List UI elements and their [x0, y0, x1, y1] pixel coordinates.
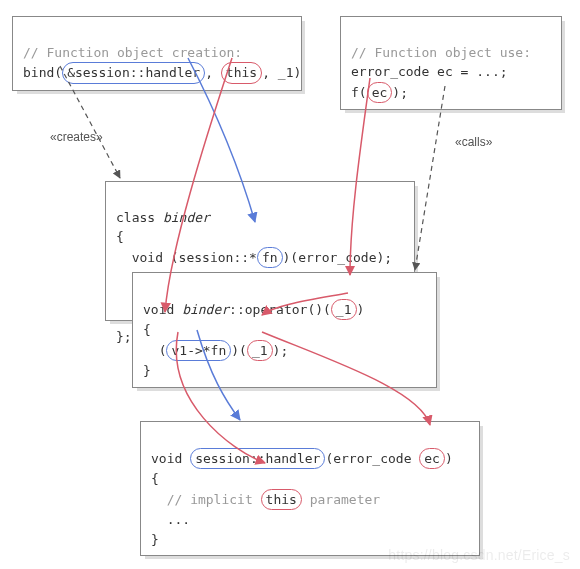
ring-ec-src: ec: [367, 82, 393, 104]
box-operator: void binder::operator()(_1) { (v1->*fn)(…: [132, 272, 437, 388]
h-l1b: (error_code: [325, 451, 419, 466]
ring-v1fn: v1->*fn: [166, 340, 231, 362]
box-function-use: // Function object use: error_code ec = …: [340, 16, 562, 110]
binder-l1a: class: [116, 210, 163, 225]
box-function-creation: // Function object creation: bind(&sessi…: [12, 16, 302, 91]
op-l4: }: [143, 363, 151, 378]
use-line2b: );: [392, 85, 408, 100]
watermark: https://blog.csdn.net/Erice_s: [388, 547, 570, 563]
op-l1a: void: [143, 302, 182, 317]
h-l1c: ): [445, 451, 453, 466]
use-comment: // Function object use:: [351, 45, 531, 60]
binder-l2: {: [116, 229, 124, 244]
use-line2a: f(: [351, 85, 367, 100]
h-l3b: parameter: [302, 492, 380, 507]
binder-l3a: void (session::*: [116, 250, 257, 265]
h-l5: }: [151, 532, 159, 547]
bind-word: bind(: [23, 65, 62, 80]
h-l1a: void: [151, 451, 190, 466]
ring-handler: &session::handler: [62, 62, 205, 84]
binder-name: binder: [163, 210, 210, 225]
label-calls: «calls»: [455, 135, 492, 149]
h-l2: {: [151, 471, 159, 486]
ring-fn: fn: [257, 247, 283, 269]
tail-placeholder: , _1): [262, 65, 301, 80]
op-l3c: );: [273, 343, 289, 358]
binder-l3b: )(error_code);: [283, 250, 393, 265]
binder-l5: };: [116, 329, 132, 344]
ring-this-src: this: [221, 62, 262, 84]
op-l1c: ::operator()(: [229, 302, 331, 317]
op-l3a: (: [143, 343, 166, 358]
use-line1: error_code ec = ...;: [351, 64, 508, 79]
ring-call1: _1: [247, 340, 273, 362]
op-l1d: ): [357, 302, 365, 317]
h-l4: ...: [151, 512, 190, 527]
creation-comment: // Function object creation:: [23, 45, 242, 60]
op-l3b: )(: [231, 343, 247, 358]
arrow-calls: [415, 86, 445, 270]
ring-handler-this: this: [261, 489, 302, 511]
ring-op-arg: _1: [331, 299, 357, 321]
op-binder: binder: [182, 302, 229, 317]
op-l2: {: [143, 322, 151, 337]
h-l3a: // implicit: [151, 492, 261, 507]
ring-handler-ec: ec: [419, 448, 445, 470]
sep1: ,: [205, 65, 221, 80]
box-handler: void session::handler(error_code ec) { /…: [140, 421, 480, 556]
ring-handler-sig: session::handler: [190, 448, 325, 470]
label-creates: «creates»: [50, 130, 103, 144]
